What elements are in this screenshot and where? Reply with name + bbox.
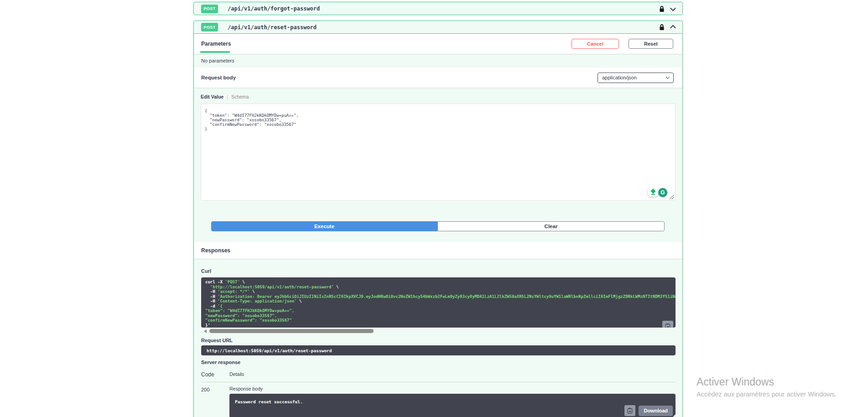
watermark-subtitle: Accédez aux paramètres pour activer Wind… [696,391,837,398]
auth-lock-button[interactable] [658,5,665,13]
lock-icon [659,5,665,12]
copy-clipboard-icon [627,407,633,414]
method-badge: POST [201,5,218,13]
extension-assistant-icon[interactable] [648,188,659,197]
download-button[interactable]: Download [639,406,673,416]
responses-header: Responses [194,242,682,259]
parameters-title: Parameters [201,41,231,47]
request-body-textarea[interactable]: { "token": "W4dI77FHJkKQkOMYDw+puA==", "… [201,104,676,201]
content-type-value: application/json [602,75,637,80]
collapse-button[interactable] [669,23,677,31]
responses-body: Curl curl -X 'POST' \ 'http://localhost:… [194,259,682,417]
request-body-header: Request body application/json [194,68,682,88]
tab-separator: | [227,94,228,99]
endpoint-path: /api/v1/auth/reset-password [228,24,317,31]
chevron-down-icon [670,5,676,11]
grammarly-icon[interactable]: G [658,188,667,197]
request-url-value: http://localhost:5059/api/v1/auth/reset-… [207,348,332,353]
chevron-down-icon [666,75,670,78]
table-divider [201,382,676,382]
responses-title: Responses [201,247,230,254]
windows-activation-watermark: Activer Windows Accédez aux paramètres p… [696,376,837,398]
response-resize-corner [672,414,676,417]
opblock-forgot-password: POST /api/v1/auth/forgot-password [193,2,683,15]
body-editor-section: Edit Value | Schema { "token": "W4dI77FH… [194,88,682,231]
endpoint-header-forgot-password[interactable]: POST /api/v1/auth/forgot-password [194,2,682,15]
details-header: Details [229,371,244,378]
textarea-resize-handle[interactable] [670,195,674,199]
tab-edit-value[interactable]: Edit Value [201,94,223,99]
auth-lock-button[interactable] [658,23,665,31]
lock-icon [659,24,665,31]
curl-command-block: curl -X 'POST' \ 'http://localhost:5059/… [201,277,676,328]
request-url-label: Request URL [201,338,676,343]
tab-schema[interactable]: Schema [231,94,249,99]
endpoint-path: /api/v1/auth/forgot-password [228,5,320,12]
curl-label: Curl [201,268,676,274]
method-badge: POST [201,23,218,31]
curl-code: curl -X 'POST' \ 'http://localhost:5059/… [205,280,676,328]
parameters-tab-underline [200,51,230,53]
parameters-header: Parameters Cancel Reset [194,34,682,54]
endpoint-header-reset-password[interactable]: POST /api/v1/auth/reset-password [194,21,682,34]
content-type-select[interactable]: application/json [598,73,674,83]
code-header: Code [201,371,229,378]
copy-curl-button[interactable] [662,321,673,328]
server-response-label: Server response [201,360,676,365]
execute-button[interactable]: Execute [211,221,437,231]
expand-button[interactable] [669,5,677,13]
opblock-reset-password: POST /api/v1/auth/reset-password Paramet… [193,21,683,417]
copy-response-button[interactable] [624,405,635,416]
scroll-left-arrow-icon[interactable] [204,329,207,333]
status-code: 200 [201,386,229,417]
no-parameters-text: No parameters [194,54,682,68]
reset-button[interactable]: Reset [629,39,673,49]
curl-horizontal-scrollbar[interactable] [201,328,676,334]
response-body-block: Password reset successful. Download [229,394,676,417]
request-body-label: Request body [201,75,236,80]
copy-clipboard-icon [665,323,670,328]
response-body-text: Password reset successful. [235,399,303,404]
response-table-header: Code Details [201,371,676,378]
response-row: 200 Response body Password reset success… [201,386,676,417]
request-url-bar: http://localhost:5059/api/v1/auth/reset-… [201,345,676,355]
scrollbar-thumb[interactable] [209,329,374,333]
watermark-title: Activer Windows [696,376,837,388]
clear-button[interactable]: Clear [437,221,665,231]
request-body-json: { "token": "W4dI77FHJkKQkOMYDw+puA==", "… [201,104,675,131]
chevron-up-icon [670,25,676,31]
cancel-button[interactable]: Cancel [572,39,619,49]
response-body-label: Response body [229,386,676,391]
